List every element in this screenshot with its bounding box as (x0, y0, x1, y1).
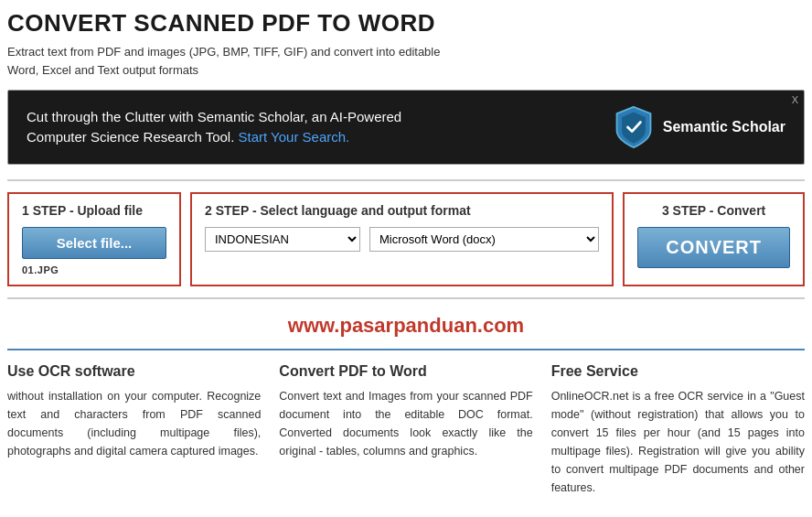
ad-logo-area: Semantic Scholar (614, 105, 785, 149)
language-select[interactable]: INDONESIAN ENGLISH FRENCH GERMAN SPANISH (205, 227, 360, 252)
ad-close-button[interactable]: X (792, 94, 798, 105)
info-col-ocr-text: without installation on your computer. R… (7, 387, 261, 460)
info-section: Use OCR software without installation on… (7, 349, 805, 497)
convert-button[interactable]: CONVERT (637, 227, 790, 268)
select-file-button[interactable]: Select file... (22, 227, 166, 259)
ad-logo-text-block: Semantic Scholar (663, 119, 785, 135)
step1-title: 1 STEP - Upload file (22, 203, 166, 218)
info-col-ocr-title: Use OCR software (7, 363, 261, 380)
step2-box: 2 STEP - Select language and output form… (190, 192, 614, 286)
steps-container: 1 STEP - Upload file Select file... 01.J… (7, 179, 805, 299)
info-col-free-title: Free Service (551, 363, 805, 380)
page-subtitle: Extract text from PDF and images (JPG, B… (7, 43, 805, 79)
ad-banner: X Cut through the Clutter with Semantic … (7, 90, 805, 165)
info-col-pdf-title: Convert PDF to Word (279, 363, 532, 380)
step3-box: 3 STEP - Convert CONVERT (623, 192, 805, 286)
selects-row: INDONESIAN ENGLISH FRENCH GERMAN SPANISH… (205, 227, 599, 252)
filename-display: 01.JPG (22, 264, 166, 275)
info-col-ocr: Use OCR software without installation on… (7, 363, 261, 497)
shield-icon (614, 105, 654, 149)
step3-title: 3 STEP - Convert (637, 203, 790, 218)
step1-box: 1 STEP - Upload file Select file... 01.J… (7, 192, 181, 286)
info-col-pdf-text: Convert text and Images from your scanne… (279, 387, 532, 460)
page-title: CONVERT SCANNED PDF TO WORD (7, 9, 805, 38)
ad-link[interactable]: Start Your Search. (239, 129, 350, 145)
step2-title: 2 STEP - Select language and output form… (205, 203, 599, 218)
info-col-free: Free Service OnlineOCR.net is a free OCR… (551, 363, 805, 497)
info-col-free-text: OnlineOCR.net is a free OCR service in a… (551, 387, 805, 497)
format-select[interactable]: Microsoft Word (docx) Microsoft Excel (x… (369, 227, 599, 252)
watermark-text: www.pasarpanduan.com (7, 312, 805, 339)
ad-text: Cut through the Clutter with Semantic Sc… (27, 107, 401, 148)
info-col-pdf: Convert PDF to Word Convert text and Ima… (279, 363, 532, 497)
